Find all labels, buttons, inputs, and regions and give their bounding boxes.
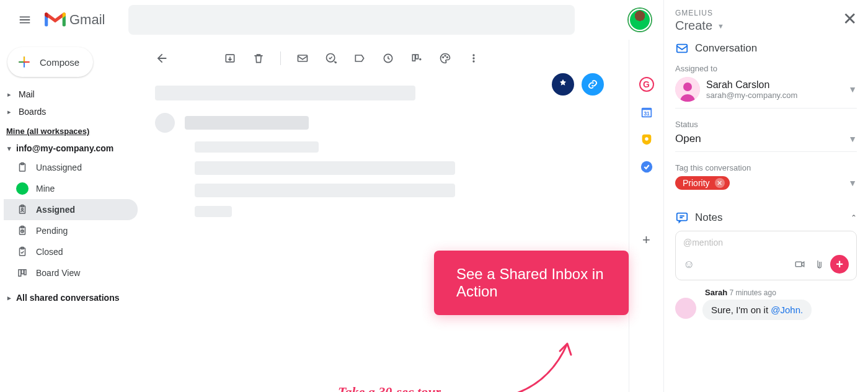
app-name: Gmail xyxy=(69,12,105,28)
svg-rect-36 xyxy=(795,262,802,267)
gmelius-panel: GMELIUS Create ▼ ✕ Conversation Assigned… xyxy=(663,0,868,392)
svg-rect-13 xyxy=(22,270,24,274)
svg-rect-19 xyxy=(412,55,415,61)
add-addon-icon[interactable]: + xyxy=(642,232,650,248)
svg-text:31: 31 xyxy=(644,111,650,117)
notes-section-header[interactable]: Notes ⌃ xyxy=(675,211,857,225)
sidebar-nav-boards[interactable]: Boards xyxy=(4,103,138,120)
sidebar-item-closed[interactable]: Closed xyxy=(4,241,138,262)
addon-rail: G 31 + xyxy=(629,40,663,392)
keep-addon-icon[interactable] xyxy=(640,133,653,146)
gmail-logo: Gmail xyxy=(45,12,105,28)
tasks-addon-icon[interactable] xyxy=(640,160,653,174)
notes-composer: @mention ☺ + xyxy=(675,231,857,280)
svg-point-23 xyxy=(447,57,448,58)
svg-rect-35 xyxy=(677,213,688,221)
svg-rect-20 xyxy=(415,55,418,59)
assignee-name: Sarah Carslon xyxy=(706,79,797,91)
svg-point-26 xyxy=(472,60,474,62)
assigned-to-label: Assigned to xyxy=(675,64,857,73)
assignee-field[interactable]: Sarah Carslon sarah@my-company.com ▼ xyxy=(675,77,857,109)
assignee-avatar xyxy=(675,77,700,102)
palette-icon[interactable] xyxy=(438,51,452,65)
task-add-icon[interactable] xyxy=(324,51,338,65)
topbar: Gmail xyxy=(0,0,663,40)
clipboard-icon xyxy=(16,161,29,174)
sidebar-nav-mail[interactable]: Mail xyxy=(4,86,138,103)
board-icon xyxy=(16,267,29,279)
sidebar-item-pending[interactable]: Pending xyxy=(4,220,138,241)
content-area: See a Shared Inbox in Action Take a 30-s… xyxy=(143,40,629,392)
sidebar-section-mine: Mine (all workspaces) xyxy=(6,127,138,136)
archive-icon[interactable] xyxy=(223,51,237,65)
sidebar: Compose Mail Boards Mine (all workspaces… xyxy=(0,40,143,392)
note-author-avatar xyxy=(675,298,696,319)
tag-field[interactable]: Priority ✕ ▼ xyxy=(675,176,857,196)
svg-point-30 xyxy=(645,137,649,141)
back-icon[interactable] xyxy=(155,51,169,65)
delete-icon[interactable] xyxy=(252,51,265,65)
snooze-icon[interactable] xyxy=(381,51,395,65)
thread-toolbar xyxy=(143,43,629,73)
gmelius-addon-icon[interactable]: G xyxy=(639,77,654,92)
compose-button[interactable]: Compose xyxy=(7,47,93,77)
tag-label: Tag this conversation xyxy=(675,163,857,172)
plus-icon xyxy=(16,54,32,70)
clipboard-user-icon xyxy=(16,203,29,216)
mail-icon xyxy=(675,42,689,55)
panel-section-conversation: Conversation xyxy=(675,42,857,55)
arrow-curve xyxy=(477,325,589,392)
menu-icon[interactable] xyxy=(10,5,40,35)
label-icon[interactable] xyxy=(353,51,366,65)
svg-rect-32 xyxy=(677,45,688,53)
sidebar-item-unassigned[interactable]: Unassigned xyxy=(4,157,138,178)
sidebar-item-assigned[interactable]: Assigned xyxy=(4,199,138,220)
clipboard-clock-icon xyxy=(16,225,29,237)
panel-create-dropdown[interactable]: Create ▼ xyxy=(675,19,724,33)
sidebar-workspace[interactable]: ▾ info@my-company.com xyxy=(4,140,138,157)
cta-button[interactable]: See a Shared Inbox in Action xyxy=(434,251,629,315)
chevron-down-icon: ▼ xyxy=(848,134,857,144)
link-badge[interactable] xyxy=(582,73,604,96)
more-icon[interactable] xyxy=(467,51,480,65)
search-input[interactable] xyxy=(128,5,575,35)
tag-chip[interactable]: Priority ✕ xyxy=(675,176,730,190)
unread-icon[interactable] xyxy=(296,51,309,65)
video-icon[interactable] xyxy=(794,259,805,270)
integration-badge-1[interactable] xyxy=(552,73,574,96)
account-avatar[interactable] xyxy=(629,9,651,31)
sidebar-item-board[interactable]: Board View xyxy=(4,262,138,283)
board-add-icon[interactable] xyxy=(410,51,423,65)
assignee-email: sarah@my-company.com xyxy=(706,91,797,100)
svg-point-24 xyxy=(472,54,474,56)
note-meta: Sarah 7 minutes ago xyxy=(705,288,857,297)
chevron-up-icon: ⌃ xyxy=(851,213,857,222)
svg-point-21 xyxy=(443,57,444,58)
tour-text: Take a 30-sec tour xyxy=(338,384,441,392)
chevron-down-icon: ▼ xyxy=(848,84,857,94)
svg-point-34 xyxy=(683,82,692,91)
clipboard-check-icon xyxy=(16,246,29,258)
attach-icon[interactable] xyxy=(813,259,823,270)
svg-rect-16 xyxy=(298,55,308,61)
notes-input[interactable]: @mention xyxy=(683,238,849,247)
svg-rect-14 xyxy=(24,270,26,275)
remove-tag-icon[interactable]: ✕ xyxy=(715,178,725,188)
calendar-addon-icon[interactable]: 31 xyxy=(640,105,653,119)
add-note-button[interactable]: + xyxy=(830,255,849,274)
svg-point-22 xyxy=(445,55,446,56)
status-field[interactable]: Open ▼ xyxy=(675,133,857,152)
chevron-down-icon: ▼ xyxy=(848,178,857,188)
panel-brand: GMELIUS xyxy=(675,9,724,17)
svg-rect-12 xyxy=(19,270,21,277)
status-label: Status xyxy=(675,120,857,129)
emoji-icon[interactable]: ☺ xyxy=(683,258,694,271)
close-icon[interactable]: ✕ xyxy=(843,9,857,29)
sidebar-all-shared[interactable]: ▸ All shared conversations xyxy=(4,288,138,307)
sidebar-item-mine[interactable]: Mine xyxy=(4,178,138,199)
note-entry: Sarah 7 minutes ago Sure, I'm on it @Joh… xyxy=(675,288,857,320)
svg-point-6 xyxy=(22,208,24,210)
thread-skeleton xyxy=(143,73,629,217)
avatar-icon xyxy=(16,182,29,195)
note-bubble: Sure, I'm on it @John. xyxy=(702,300,812,320)
